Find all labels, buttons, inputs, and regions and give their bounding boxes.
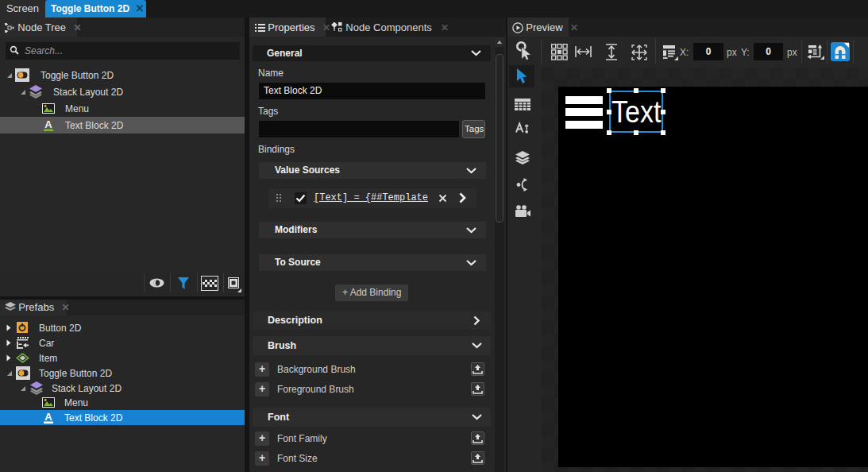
svg-text:A: A: [44, 412, 52, 423]
svg-text:A: A: [44, 119, 52, 130]
